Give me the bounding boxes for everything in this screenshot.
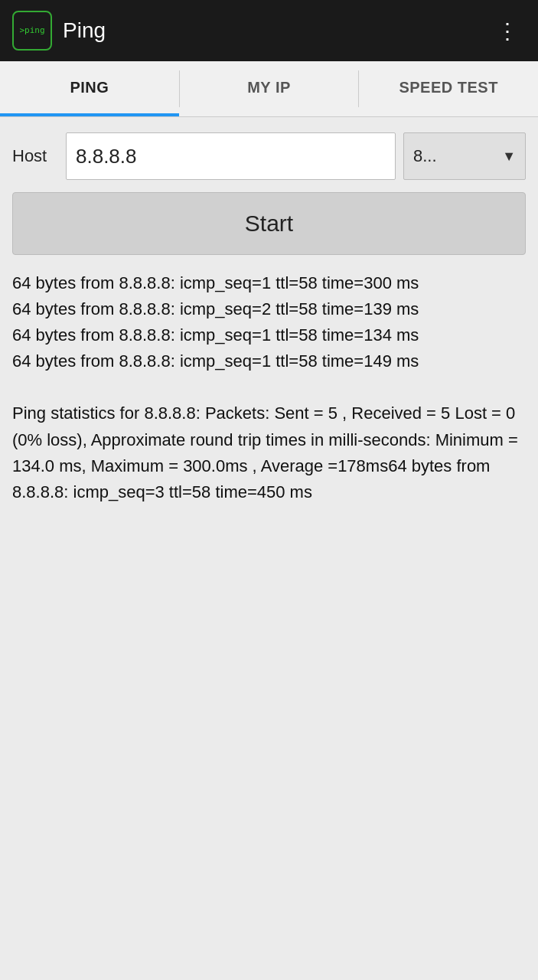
host-row: Host 8... ▼: [12, 132, 526, 180]
app-title: Ping: [63, 18, 106, 43]
topbar-left: >ping Ping: [12, 11, 106, 51]
menu-button[interactable]: ⋮: [491, 12, 526, 50]
output-area: 64 bytes from 8.8.8.8: icmp_seq=1 ttl=58…: [12, 270, 526, 505]
output-line: 64 bytes from 8.8.8.8: icmp_seq=1 ttl=58…: [12, 270, 526, 296]
dropdown-value: 8...: [413, 146, 437, 166]
content-area: Host 8... ▼ Start 64 bytes from 8.8.8.8:…: [0, 117, 538, 980]
output-line: Ping statistics for 8.8.8.8: Packets: Se…: [12, 400, 526, 505]
tab-my-ip[interactable]: MY IP: [180, 61, 359, 116]
output-line: 64 bytes from 8.8.8.8: icmp_seq=1 ttl=58…: [12, 322, 526, 348]
output-line: 64 bytes from 8.8.8.8: icmp_seq=1 ttl=58…: [12, 348, 526, 374]
output-line: 64 bytes from 8.8.8.8: icmp_seq=2 ttl=58…: [12, 296, 526, 322]
tab-ping[interactable]: PING: [0, 61, 179, 116]
app-icon: >ping: [12, 11, 52, 51]
start-button[interactable]: Start: [12, 192, 526, 255]
app-icon-text: >ping: [19, 25, 44, 35]
tab-speed-test[interactable]: SPEED TEST: [359, 61, 538, 116]
topbar: >ping Ping ⋮: [0, 0, 538, 61]
host-dropdown[interactable]: 8... ▼: [403, 132, 526, 180]
host-label: Host: [12, 146, 58, 166]
chevron-down-icon: ▼: [502, 149, 516, 165]
tabs-container: PING MY IP SPEED TEST: [0, 61, 538, 117]
host-input[interactable]: [66, 132, 396, 180]
